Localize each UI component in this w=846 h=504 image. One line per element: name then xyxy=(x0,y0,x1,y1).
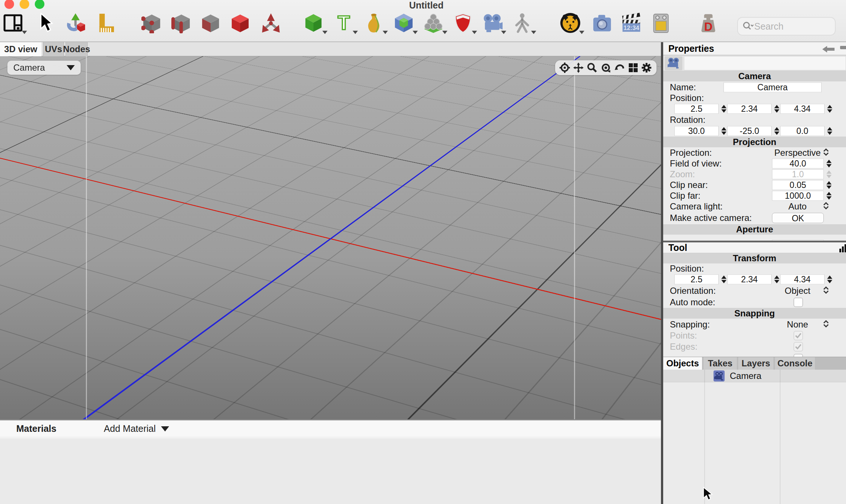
add-camera-icon[interactable] xyxy=(482,13,503,36)
stepper[interactable] xyxy=(774,105,780,113)
tab-takes[interactable]: Takes xyxy=(704,357,737,370)
clip-near-input[interactable] xyxy=(772,180,824,190)
materials-bar: Materials Add Material xyxy=(0,420,661,437)
stepper[interactable] xyxy=(826,159,832,167)
tool-settings-icon[interactable] xyxy=(839,243,846,252)
layout-icon[interactable] xyxy=(3,13,24,36)
tool-position-y-input[interactable] xyxy=(727,275,772,285)
point-mode-icon[interactable] xyxy=(141,13,163,36)
name-input[interactable] xyxy=(724,82,822,92)
ruler-icon[interactable] xyxy=(94,13,115,36)
dynamics-icon[interactable]: D xyxy=(698,13,719,36)
quad-view-icon[interactable] xyxy=(628,62,639,73)
position-z-input[interactable] xyxy=(780,104,825,114)
object-mode-icon[interactable] xyxy=(230,13,251,36)
stepper[interactable] xyxy=(826,192,832,199)
position-x-input[interactable] xyxy=(674,104,719,114)
panel-menu-icon[interactable] xyxy=(840,46,846,49)
auto-mode-label: Auto mode: xyxy=(670,297,715,308)
orbit-icon[interactable] xyxy=(600,62,611,73)
materials-browser[interactable] xyxy=(0,437,661,504)
zoom-button[interactable] xyxy=(35,0,44,9)
stepper[interactable] xyxy=(721,127,727,135)
stepper[interactable] xyxy=(721,105,727,113)
close-button[interactable] xyxy=(4,0,14,9)
tab-layers[interactable]: Layers xyxy=(738,357,773,370)
select-chevrons-icon[interactable] xyxy=(822,320,830,329)
add-spline-object-icon[interactable]: T xyxy=(333,13,355,36)
add-boolean-object-icon[interactable] xyxy=(393,13,415,36)
orientation-select[interactable]: Object xyxy=(774,286,821,296)
clip-near-row: Clip near: xyxy=(663,179,846,190)
orientation-row: Orientation: Object xyxy=(663,285,846,296)
check-icon xyxy=(795,333,802,339)
tool-position-z-input[interactable] xyxy=(780,275,825,285)
projection-select[interactable]: Perspective xyxy=(774,148,821,158)
tab-3d-view[interactable]: 3D view xyxy=(0,42,41,56)
auto-mode-checkbox[interactable] xyxy=(793,298,803,307)
view-settings-gear-icon[interactable] xyxy=(641,62,652,73)
camera-properties-tab[interactable] xyxy=(665,56,682,70)
clip-far-input[interactable] xyxy=(772,191,824,201)
tab-objects[interactable]: Objects xyxy=(663,357,702,370)
viewport-3d[interactable]: Camera xyxy=(0,56,661,420)
chevron-down-icon xyxy=(322,31,328,34)
add-character-icon[interactable] xyxy=(512,13,533,36)
stepper[interactable] xyxy=(721,276,727,283)
search-input[interactable] xyxy=(753,21,824,32)
stepper[interactable] xyxy=(774,127,780,135)
rotation-p-input[interactable] xyxy=(727,126,772,136)
stepper[interactable] xyxy=(827,105,833,113)
rotation-h-input[interactable] xyxy=(674,126,719,136)
search-field[interactable] xyxy=(737,17,836,36)
select-chevrons-icon[interactable] xyxy=(822,202,830,211)
add-particle-object-icon[interactable] xyxy=(423,13,444,36)
add-creator-object-icon[interactable] xyxy=(363,13,385,36)
target-icon[interactable] xyxy=(559,62,570,73)
undo-view-icon[interactable] xyxy=(614,62,625,73)
object-row-camera[interactable]: Camera xyxy=(663,370,846,382)
tool-header: Tool xyxy=(663,242,846,253)
camera-light-select[interactable]: Auto xyxy=(774,201,821,212)
edge-mode-icon[interactable] xyxy=(171,13,192,36)
rotation-b-input[interactable] xyxy=(780,126,825,136)
snapping-select[interactable]: None xyxy=(774,319,821,330)
chevron-down-icon xyxy=(353,31,358,34)
select-chevrons-icon[interactable] xyxy=(822,286,830,296)
axis-mode-icon[interactable] xyxy=(261,13,282,36)
snapping-label: Snapping: xyxy=(670,319,710,330)
back-arrow-icon[interactable] xyxy=(822,45,835,53)
minimize-button[interactable] xyxy=(20,0,29,9)
add-tag-icon[interactable] xyxy=(453,13,474,36)
make-active-camera-button[interactable]: OK xyxy=(772,213,824,223)
tool-position-x-input[interactable] xyxy=(674,275,719,285)
add-polygon-object-icon[interactable] xyxy=(303,13,325,36)
add-material-button[interactable]: Add Material xyxy=(104,423,169,434)
tab-nodes[interactable]: Nodes xyxy=(66,42,88,56)
animation-icon[interactable]: 12:34 xyxy=(621,13,642,36)
pan-icon[interactable] xyxy=(573,62,584,73)
stepper[interactable] xyxy=(827,127,833,135)
fov-input[interactable] xyxy=(772,158,824,168)
edges-row: Edges: xyxy=(663,341,846,352)
position-y-input[interactable] xyxy=(727,104,772,114)
transform-tool-icon[interactable] xyxy=(65,13,87,36)
polygon-mode-icon[interactable] xyxy=(200,13,222,36)
zoom-icon[interactable] xyxy=(587,62,598,73)
tab-uvs[interactable]: UVs xyxy=(43,42,64,56)
frame-guide-right xyxy=(574,56,575,419)
select-chevrons-icon[interactable] xyxy=(822,148,830,158)
stepper[interactable] xyxy=(774,276,780,283)
tab-console[interactable]: Console xyxy=(775,357,815,370)
snapshot-icon[interactable] xyxy=(592,13,613,36)
radiosity-icon[interactable] xyxy=(651,13,672,36)
right-panel: Properties Camera Name: Position: xyxy=(663,42,846,504)
select-arrow-icon[interactable] xyxy=(36,13,57,36)
stepper[interactable] xyxy=(826,181,832,189)
stepper[interactable] xyxy=(827,276,833,283)
render-icon[interactable] xyxy=(560,13,581,36)
aperture-input-clipped[interactable] xyxy=(772,240,824,241)
edges-checkbox xyxy=(793,342,803,352)
stepper-disabled xyxy=(826,170,832,178)
camera-view-selector[interactable]: Camera xyxy=(7,61,81,75)
